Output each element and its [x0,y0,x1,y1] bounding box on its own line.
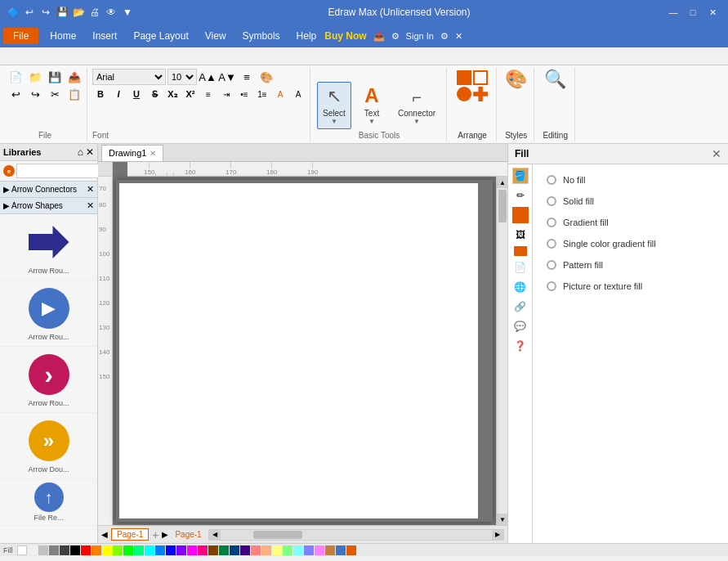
fill-doc-icon[interactable]: 📄 [512,259,529,276]
color-verydark[interactable] [60,545,69,555]
fill-option-pattern[interactable]: Pattern fill [539,256,663,274]
shapes-scroll[interactable]: Arrow Rou... Arrow Rou... Arrow Rou... [0,214,97,543]
color-black[interactable] [70,545,80,555]
bold-btn[interactable]: B [92,87,109,101]
section2-close[interactable]: ✕ [87,200,94,211]
color-cornflower[interactable] [336,545,346,555]
tab-close-icon[interactable]: ✕ [150,149,156,158]
add-page-btn[interactable]: + [152,528,159,541]
section1-close[interactable]: ✕ [87,184,94,195]
color-blue[interactable] [166,545,176,555]
redo-btn[interactable]: ↪ [39,6,52,19]
font-increase-btn[interactable]: A▲ [199,69,217,85]
cut-btn[interactable]: ✂ [46,86,64,102]
color-gray[interactable] [38,545,48,555]
close-button[interactable]: ✕ [703,4,721,20]
page-left-arrow[interactable]: ◀ [101,530,108,539]
color-darkgray[interactable] [49,545,59,555]
color-orange[interactable] [92,545,101,555]
color-peach[interactable] [261,545,271,555]
scroll-thumb[interactable] [498,190,507,222]
fill-option-solid[interactable]: Solid fill [539,192,663,210]
color-cyan[interactable] [145,545,154,555]
menu-help[interactable]: Help [288,28,325,44]
fill-option-single-gradient[interactable]: Single color gradient fill [539,235,663,253]
list-btn[interactable]: ≡ [200,87,217,101]
color-picker-btn[interactable]: 🎨 [257,69,275,85]
new-btn[interactable]: 📄 [7,69,25,85]
color-red[interactable] [81,545,91,555]
color-magenta[interactable] [187,545,197,555]
indent-btn[interactable]: ⇥ [218,87,234,101]
menu-home[interactable]: Home [42,28,84,44]
color-darkgreen[interactable] [219,545,229,555]
more-settings-icon[interactable]: ⚙ [440,31,449,42]
menu-file[interactable]: File [3,28,38,44]
fill-color-icon[interactable]: 🪣 [512,168,529,184]
fill-orange-rect-icon[interactable] [512,207,529,223]
list-item[interactable]: Arrow Rou... [0,347,97,413]
color-lavender[interactable] [304,545,314,555]
vertical-scrollbar[interactable]: ▲ ▼ [496,177,507,525]
rect-swatch[interactable] [457,70,471,85]
menu-insert[interactable]: Insert [84,28,125,44]
horizontal-scrollbar[interactable]: ◀ ▶ [208,529,504,541]
close-app-icon[interactable]: ✕ [455,31,462,42]
color-fill-btn[interactable]: A [272,87,288,101]
save-btn[interactable]: 💾 [56,6,69,19]
fill-panel-close-btn[interactable]: ✕ [712,147,721,160]
settings-icon[interactable]: ⚙ [391,31,400,42]
fill-option-gradient[interactable]: Gradient fill [539,213,663,231]
h-scroll-thumb[interactable] [253,531,302,539]
canvas[interactable] [116,180,493,522]
color-purple[interactable] [176,545,186,555]
color-tan[interactable] [325,545,335,555]
color-navy[interactable] [230,545,239,555]
color-lightyellow[interactable] [272,545,282,555]
editing-group[interactable]: 🔍 Editing [536,67,575,141]
arrow-connectors-section[interactable]: ▶ Arrow Connectors ✕ [0,182,97,198]
menu-symbols[interactable]: Symbols [234,28,288,44]
plus-swatch[interactable] [473,87,488,101]
buy-now-link[interactable]: Buy Now [324,30,366,42]
text-color-btn[interactable]: A [290,87,306,101]
color-burntorange[interactable] [346,545,356,555]
canvas-tab-drawing1[interactable]: Drawing1 ✕ [101,145,163,161]
connector-tool-btn[interactable]: ⌐ Connector ▼ [392,84,441,129]
font-size-select[interactable]: 10 [167,69,197,85]
arrow-shapes-section[interactable]: ▶ Arrow Shapes ✕ [0,198,97,214]
list-item[interactable]: Arrow Rou... [0,214,97,280]
styles-group[interactable]: 🎨 Styles [498,67,534,141]
italic-btn[interactable]: I [110,87,127,101]
underline-btn[interactable]: U [128,87,145,101]
fill-pen-icon[interactable]: ✏ [512,187,529,204]
arrange-group[interactable]: Arrange [449,67,497,141]
ellipse-swatch[interactable] [457,87,471,101]
select-tool-btn[interactable]: ↖ Select ▼ [317,82,351,129]
open-btn[interactable]: 📂 [72,6,85,19]
maximize-button[interactable]: □ [684,4,702,20]
color-brown[interactable] [208,545,218,555]
sign-in-link[interactable]: Sign In [406,31,434,41]
color-rose[interactable] [198,545,208,555]
text-tool-btn[interactable]: A Text ▼ [355,80,389,129]
fill-orange-sq-icon[interactable] [514,246,527,256]
undo-ribbon-btn[interactable]: ↩ [7,86,25,102]
export-btn[interactable]: 📤 [65,69,83,85]
paste-btn[interactable]: 📋 [65,86,83,102]
font-name-select[interactable]: Arial [92,69,166,85]
fill-chat-icon[interactable]: 💬 [512,318,529,334]
h-scroll-left-btn[interactable]: ◀ [209,530,221,540]
h-scroll-right-btn[interactable]: ▶ [492,530,503,540]
menu-page-layout[interactable]: Page Layout [125,28,196,44]
color-mint[interactable] [134,545,144,555]
page-right-arrow[interactable]: ▶ [162,530,168,539]
scroll-up-btn[interactable]: ▲ [497,177,507,188]
scroll-down-btn[interactable]: ▼ [497,514,507,525]
color-green[interactable] [123,545,133,555]
color-salmon[interactable] [251,545,261,555]
drawing-canvas[interactable] [119,183,478,518]
numbering-btn[interactable]: 1≡ [254,87,270,101]
open-file-btn[interactable]: 📁 [26,69,44,85]
minimize-button[interactable]: — [664,4,682,20]
